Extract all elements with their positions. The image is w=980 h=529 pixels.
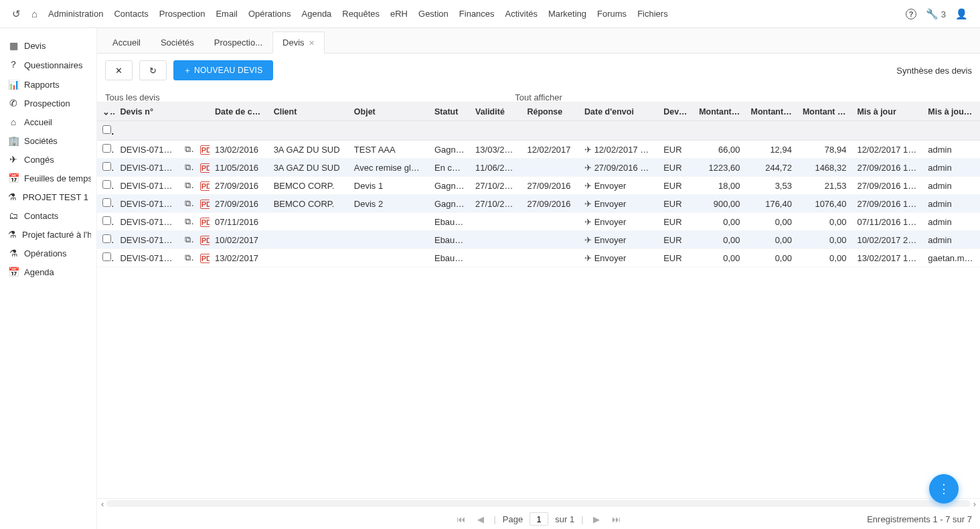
horizontal-scrollbar[interactable]: ‹ › [97, 499, 980, 508]
history-icon[interactable]: ↺ [12, 8, 21, 20]
sidebar-item[interactable]: ⚗PROJET TEST 1 [5, 187, 91, 206]
cell-copy[interactable]: ⧉ [179, 231, 194, 249]
col-date-envoi[interactable]: Date d'envoi [579, 102, 658, 121]
col-montant-tva[interactable]: Montant TVA [746, 102, 797, 121]
tab[interactable]: Devis✕ [272, 31, 325, 54]
col-devis-num[interactable]: Devis n° [114, 102, 179, 121]
nav-fichiers[interactable]: Fichiers [637, 9, 668, 19]
notifications-button[interactable]: 🔧 3 [926, 8, 946, 20]
row-checkbox[interactable] [102, 198, 111, 207]
col-maj-par[interactable]: Mis à jour par [922, 102, 980, 121]
cell-copy[interactable]: ⧉ [179, 213, 194, 231]
sidebar-item[interactable]: 📅Feuilles de temps [5, 169, 91, 187]
tab[interactable]: Sociétés [151, 31, 204, 53]
col-montant-ttc[interactable]: Montant TTC [797, 102, 851, 121]
row-checkbox[interactable] [102, 216, 111, 225]
scrollbar-track[interactable] [106, 500, 970, 507]
cell-date-envoi[interactable]: ✈ Envoyer [579, 213, 658, 231]
sidebar-item[interactable]: 📅Agenda [5, 262, 91, 281]
cell-pdf[interactable]: PDF [195, 249, 210, 267]
cell-pdf[interactable]: PDF [195, 159, 210, 177]
table-row[interactable]: DEVIS-071112⧉PDF27/09/2016BEMCO CORP.Dev… [97, 195, 980, 213]
nav-activites[interactable]: Activités [505, 9, 538, 19]
cell-date-envoi[interactable]: ✈ Envoyer [579, 177, 658, 195]
pager-first-button[interactable]: ⏮ [454, 514, 468, 524]
help-icon[interactable]: ? [906, 9, 916, 19]
col-statut[interactable]: Statut [429, 102, 470, 121]
pager-last-button[interactable]: ⏭ [609, 514, 623, 524]
cell-copy[interactable]: ⧉ [179, 141, 194, 159]
tab[interactable]: Prospectio... [204, 31, 272, 53]
row-checkbox[interactable] [102, 234, 111, 243]
nav-operations[interactable]: Opérations [248, 9, 291, 19]
row-checkbox[interactable] [102, 180, 111, 189]
cell-copy[interactable]: ⧉ [179, 159, 194, 177]
cell-date-envoi[interactable]: ✈ Envoyer [579, 195, 658, 213]
select-all-checkbox[interactable] [102, 125, 111, 134]
sidebar-item[interactable]: ⌂Accueil [5, 112, 91, 131]
table-row[interactable]: DEVIS-071117⧉PDF13/02/2017Ebauche✈ Envoy… [97, 249, 980, 267]
table-row[interactable]: DEVIS-071108⧉PDF13/02/20163A GAZ DU SUDT… [97, 141, 980, 159]
pager-next-button[interactable]: ▶ [590, 514, 602, 524]
cell-copy[interactable]: ⧉ [179, 195, 194, 213]
nav-administration[interactable]: Administration [48, 9, 103, 19]
col-expand[interactable]: ⌃ [97, 102, 114, 121]
scroll-right-icon[interactable]: › [973, 499, 976, 509]
clear-button[interactable]: ✕ [105, 60, 133, 80]
user-icon[interactable]: 👤 [955, 8, 968, 20]
row-checkbox[interactable] [102, 162, 111, 171]
col-maj[interactable]: Mis à jour [851, 102, 922, 121]
cell-pdf[interactable]: PDF [195, 141, 210, 159]
nav-email[interactable]: Email [216, 9, 238, 19]
pager-prev-button[interactable]: ◀ [475, 514, 487, 524]
nav-forums[interactable]: Forums [597, 9, 627, 19]
cell-pdf[interactable]: PDF [195, 213, 210, 231]
col-montant-ht[interactable]: Montant HT [693, 102, 745, 121]
col-objet[interactable]: Objet [349, 102, 429, 121]
sidebar-item[interactable]: 🗂Contacts [5, 206, 91, 225]
row-checkbox[interactable] [102, 252, 111, 261]
nav-gestion[interactable]: Gestion [418, 9, 448, 19]
sidebar-item[interactable]: ⚗Opérations [5, 244, 91, 262]
filter-center[interactable]: Tout afficher [515, 92, 562, 102]
sidebar-item[interactable]: ▦Devis [5, 36, 91, 55]
home-icon[interactable]: ⌂ [31, 8, 37, 19]
cell-copy[interactable]: ⧉ [179, 249, 194, 267]
new-devis-button[interactable]: ＋ NOUVEAU DEVIS [173, 60, 273, 80]
nav-contacts[interactable]: Contacts [114, 9, 148, 19]
col-reponse[interactable]: Réponse [521, 102, 579, 121]
nav-agenda[interactable]: Agenda [302, 9, 332, 19]
col-validite[interactable]: Validité [470, 102, 521, 121]
sidebar-item[interactable]: 🏢Sociétés [5, 131, 91, 150]
cell-pdf[interactable]: PDF [195, 195, 210, 213]
sidebar-item[interactable]: ✈Congés [5, 150, 91, 169]
table-row[interactable]: DEVIS-071109⧉PDF11/05/20163A GAZ DU SUDA… [97, 159, 980, 177]
fab-more-button[interactable]: ⋮ [929, 474, 959, 504]
sidebar-item[interactable]: ⚗Projet facturé à l'heu [5, 225, 91, 244]
nav-prospection[interactable]: Prospection [159, 9, 206, 19]
refresh-button[interactable]: ↻ [139, 60, 167, 80]
cell-pdf[interactable]: PDF [195, 177, 210, 195]
col-date-creation[interactable]: Date de création [210, 102, 268, 121]
table-row[interactable]: DEVIS-071114⧉PDF10/02/2017Ebauche✈ Envoy… [97, 231, 980, 249]
table-row[interactable]: DEVIS-071113⧉PDF07/11/2016Ebauche✈ Envoy… [97, 213, 980, 231]
sidebar-item[interactable]: 📊Rapports [5, 75, 91, 94]
nav-finances[interactable]: Finances [459, 9, 495, 19]
table-row[interactable]: DEVIS-071110⧉PDF27/09/2016BEMCO CORP.Dev… [97, 177, 980, 195]
cell-date-envoi[interactable]: ✈ Envoyer [579, 249, 658, 267]
cell-pdf[interactable]: PDF [195, 231, 210, 249]
col-client[interactable]: Client [268, 102, 349, 121]
sidebar-item[interactable]: ？Questionnaires [5, 55, 91, 75]
cell-copy[interactable]: ⧉ [179, 177, 194, 195]
nav-marketing[interactable]: Marketing [548, 9, 586, 19]
col-devise[interactable]: Devise [658, 102, 693, 121]
synthese-link[interactable]: Synthèse des devis [896, 66, 972, 76]
tab[interactable]: Accueil [102, 31, 151, 53]
tab-close-icon[interactable]: ✕ [309, 39, 315, 47]
cell-date-envoi[interactable]: ✈ Envoyer [579, 231, 658, 249]
pager-page-input[interactable] [529, 512, 548, 526]
scroll-left-icon[interactable]: ‹ [101, 499, 104, 509]
row-checkbox[interactable] [102, 144, 111, 153]
nav-requetes[interactable]: Requêtes [342, 9, 380, 19]
sidebar-item[interactable]: ✆Prospection [5, 94, 91, 112]
